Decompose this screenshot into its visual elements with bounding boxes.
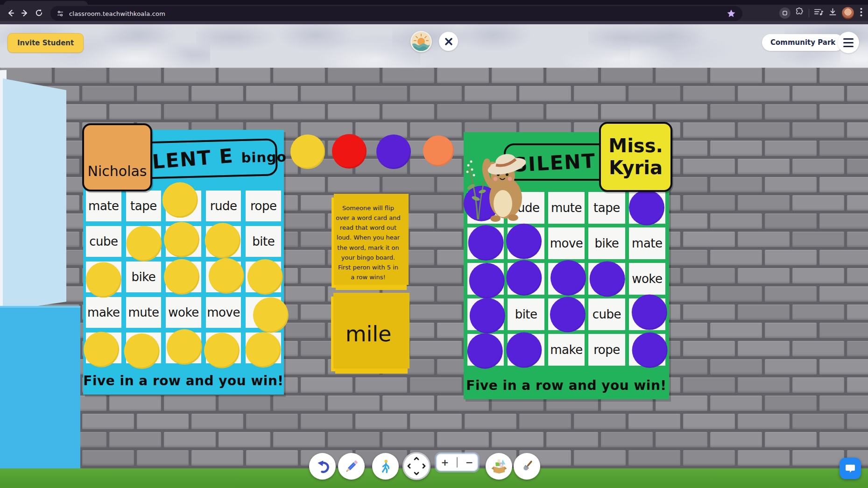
bingo-chip[interactable]	[167, 329, 202, 365]
undo-button[interactable]	[309, 453, 336, 480]
bingo-cell[interactable]: woke	[629, 263, 665, 295]
bingo-cell[interactable]	[508, 334, 544, 366]
bingo-cell[interactable]: make	[548, 334, 585, 366]
bingo-chip[interactable]	[247, 259, 283, 295]
bingo-cell[interactable]: bike	[588, 227, 625, 259]
profile-badge-icon[interactable]	[779, 7, 790, 19]
room-avatar[interactable]	[410, 31, 432, 52]
bingo-chip[interactable]	[124, 333, 160, 369]
bingo-chip[interactable]	[127, 226, 162, 262]
bingo-cell[interactable]: mate	[629, 227, 665, 259]
bingo-cell[interactable]: mate	[86, 191, 121, 221]
name-tag-miss-kyria[interactable]: Miss. Kyria	[599, 122, 672, 192]
bingo-chip[interactable]	[205, 223, 240, 258]
back-button[interactable]	[4, 6, 18, 20]
invite-student-button[interactable]: Invite Student	[7, 33, 84, 53]
bingo-cell[interactable]	[246, 332, 281, 363]
bingo-cell[interactable]: mute	[548, 192, 585, 224]
walk-button[interactable]	[372, 453, 399, 480]
bingo-cell[interactable]: tape	[588, 192, 625, 224]
bingo-cell[interactable]	[467, 227, 504, 259]
zoom-in-button[interactable]: +	[441, 457, 449, 468]
bingo-cell[interactable]	[467, 298, 504, 330]
bingo-chip[interactable]	[506, 224, 542, 259]
bingo-chip[interactable]	[550, 297, 586, 332]
bingo-cell[interactable]	[126, 226, 162, 257]
url-bar[interactable]: classroom.teachwithkoala.com	[50, 6, 742, 21]
instructions-card[interactable]: Someone will flip over a word card and r…	[332, 198, 405, 288]
bingo-cell[interactable]	[166, 191, 201, 221]
dig-button[interactable]	[514, 453, 540, 480]
bingo-chip[interactable]	[550, 260, 586, 296]
bingo-chip[interactable]	[85, 262, 121, 297]
bingo-cell[interactable]	[86, 262, 121, 292]
bingo-cell[interactable]: rude	[206, 191, 241, 221]
bingo-cell[interactable]	[548, 263, 585, 295]
bingo-cell[interactable]	[126, 332, 162, 363]
bingo-cell[interactable]	[246, 297, 281, 328]
reload-button[interactable]	[32, 6, 46, 20]
bingo-cell[interactable]	[246, 262, 281, 292]
loose-chip[interactable]	[376, 134, 411, 169]
forward-button[interactable]	[18, 6, 32, 20]
bingo-cell[interactable]	[588, 263, 625, 295]
close-button[interactable]	[439, 32, 458, 51]
bingo-cell[interactable]: bite	[508, 298, 544, 330]
chat-button[interactable]	[840, 458, 861, 479]
bingo-cell[interactable]	[166, 332, 201, 363]
bingo-cell[interactable]: move	[548, 227, 585, 259]
loose-chip[interactable]	[423, 135, 454, 166]
bingo-chip[interactable]	[469, 263, 505, 298]
bingo-cell[interactable]: rope	[588, 334, 625, 366]
site-settings-icon[interactable]	[56, 9, 64, 18]
bingo-chip[interactable]	[164, 259, 199, 295]
bingo-cell[interactable]: bike	[126, 262, 162, 292]
word-card[interactable]: mile	[331, 297, 406, 371]
community-park-button[interactable]: Community Park	[762, 34, 844, 51]
bingo-cell[interactable]: mute	[126, 297, 162, 328]
bingo-chip[interactable]	[467, 333, 503, 369]
bingo-cell[interactable]	[86, 332, 121, 363]
loose-chip[interactable]	[332, 134, 367, 169]
downloads-button[interactable]	[828, 7, 838, 19]
bingo-chip[interactable]	[204, 333, 240, 368]
bingo-cell[interactable]: make	[86, 297, 121, 328]
bingo-chip[interactable]	[506, 332, 542, 368]
bingo-chip[interactable]	[246, 332, 281, 368]
bingo-cell[interactable]	[206, 332, 241, 363]
bingo-chip[interactable]	[590, 261, 625, 297]
bookmark-button[interactable]	[727, 9, 736, 20]
items-button[interactable]: A	[486, 453, 512, 480]
bingo-chip[interactable]	[253, 297, 289, 333]
bingo-cell[interactable]: cube	[86, 226, 121, 257]
bingo-cell[interactable]: woke	[166, 297, 201, 328]
bingo-cell[interactable]	[629, 334, 665, 366]
bingo-cell[interactable]	[548, 298, 585, 330]
url-text[interactable]: classroom.teachwithkoala.com	[69, 10, 165, 17]
bingo-chip[interactable]	[632, 295, 667, 330]
bingo-cell[interactable]	[206, 226, 241, 257]
menu-button[interactable]	[838, 32, 859, 53]
name-tag-nicholas[interactable]: Nicholas	[82, 123, 152, 191]
bingo-cell[interactable]	[508, 263, 544, 295]
bingo-cell[interactable]: tape	[126, 191, 162, 221]
bingo-chip[interactable]	[208, 258, 244, 294]
browser-menu-button[interactable]	[858, 7, 864, 19]
bingo-cell[interactable]	[629, 192, 665, 224]
bingo-cell[interactable]	[467, 334, 504, 366]
bingo-chip[interactable]	[506, 260, 542, 296]
draw-button[interactable]	[338, 453, 365, 480]
bingo-cell[interactable]	[508, 227, 544, 259]
loose-chip[interactable]	[290, 134, 325, 169]
bingo-cell[interactable]: move	[206, 297, 241, 328]
browser-profile-avatar[interactable]	[842, 7, 854, 19]
bingo-cell[interactable]: cube	[588, 298, 625, 330]
bingo-cell[interactable]	[467, 263, 504, 295]
bingo-cell[interactable]	[166, 262, 201, 292]
bingo-chip[interactable]	[162, 182, 198, 218]
bingo-chip[interactable]	[164, 222, 199, 257]
bingo-chip[interactable]	[632, 332, 667, 368]
zoom-out-button[interactable]: −	[466, 457, 473, 468]
bingo-cell[interactable]: bite	[246, 226, 281, 257]
dpad-button[interactable]	[402, 452, 430, 480]
